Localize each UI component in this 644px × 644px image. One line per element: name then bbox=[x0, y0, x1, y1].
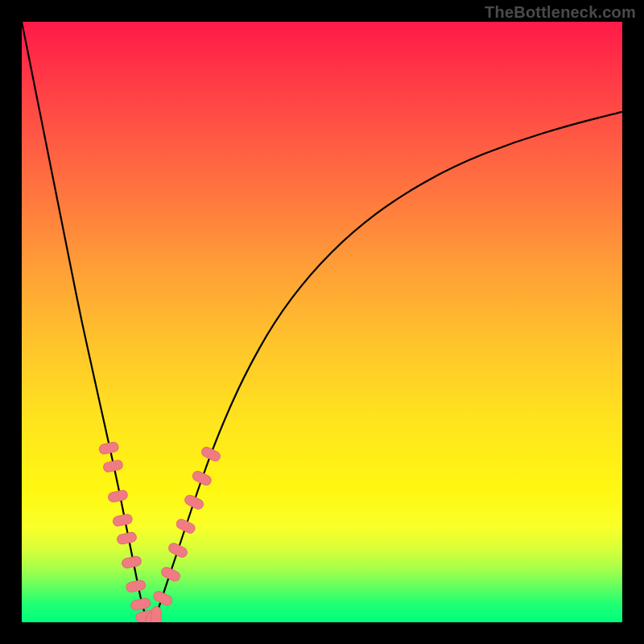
curve-marker bbox=[152, 590, 174, 607]
curve-marker bbox=[122, 555, 142, 569]
curve-marker bbox=[107, 489, 128, 503]
curve-marker bbox=[184, 493, 205, 510]
curve-marker bbox=[200, 445, 222, 462]
chart-frame: TheBottleneck.com bbox=[0, 0, 644, 644]
curve-marker bbox=[102, 460, 123, 473]
curve-marker bbox=[117, 531, 138, 545]
curve-marker bbox=[160, 566, 182, 583]
curve-layer bbox=[22, 22, 622, 622]
curve-marker bbox=[151, 607, 161, 623]
curve-marker bbox=[130, 597, 151, 611]
curve-marker bbox=[98, 441, 119, 455]
curve-marker bbox=[126, 580, 147, 593]
curve-marker bbox=[175, 518, 196, 535]
curve-marker bbox=[112, 514, 133, 527]
curve-marker bbox=[167, 542, 189, 559]
marker-group bbox=[98, 441, 221, 622]
curve-marker bbox=[191, 469, 213, 486]
bottleneck-curve bbox=[22, 22, 622, 622]
watermark-text: TheBottleneck.com bbox=[485, 3, 636, 22]
plot-area bbox=[22, 22, 622, 622]
